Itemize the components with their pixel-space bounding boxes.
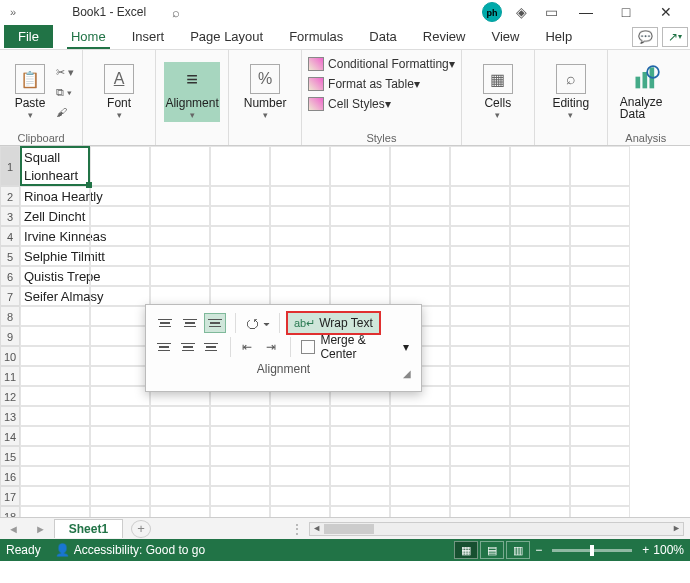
new-sheet-button[interactable]: +: [131, 520, 151, 538]
row-header[interactable]: 17: [0, 486, 20, 506]
cell[interactable]: Rinoa Heartly: [20, 186, 90, 206]
zoom-slider[interactable]: [552, 549, 632, 552]
close-button[interactable]: ✕: [646, 4, 686, 20]
search-icon[interactable]: ⌕: [172, 5, 180, 20]
accessibility-status[interactable]: 👤Accessibility: Good to go: [55, 543, 205, 557]
row-header[interactable]: 4: [0, 226, 20, 246]
worksheet-grid[interactable]: 1 2 3 4 5 6 7 8 9 10 11 12 13 14 15 16 1…: [0, 146, 690, 517]
share-button[interactable]: ↗▾: [662, 27, 688, 47]
align-center-icon[interactable]: [177, 337, 197, 357]
cell[interactable]: Quistis Trepe: [20, 266, 90, 286]
cell[interactable]: [90, 146, 150, 186]
tab-data[interactable]: Data: [359, 25, 406, 48]
cells-button[interactable]: ▦Cells▾: [470, 62, 526, 122]
cell[interactable]: [270, 146, 330, 186]
view-normal-icon[interactable]: ▦: [454, 541, 478, 559]
merge-icon: [301, 340, 316, 354]
orientation-button[interactable]: ⭯ ▾: [242, 315, 273, 331]
align-top-left-icon[interactable]: [154, 313, 176, 333]
comments-button[interactable]: 💬: [632, 27, 658, 47]
tab-page-layout[interactable]: Page Layout: [180, 25, 273, 48]
row-headers[interactable]: 1 2 3 4 5 6 7 8 9 10 11 12 13 14 15 16 1…: [0, 146, 20, 517]
accessibility-icon: 👤: [55, 543, 70, 557]
row-header[interactable]: 2: [0, 186, 20, 206]
increase-indent-icon[interactable]: ⇥: [261, 337, 281, 357]
row-header[interactable]: 16: [0, 466, 20, 486]
cell[interactable]: Seifer Almasy: [20, 286, 90, 306]
zoom-level[interactable]: 100%: [653, 543, 684, 557]
tab-insert[interactable]: Insert: [122, 25, 175, 48]
row-header[interactable]: 11: [0, 366, 20, 386]
diamond-icon[interactable]: ◈: [506, 4, 536, 20]
ribbon-display-icon[interactable]: ▭: [536, 4, 566, 20]
align-top-right-icon[interactable]: [204, 313, 226, 333]
row-header[interactable]: 18: [0, 506, 20, 517]
horizontal-scrollbar[interactable]: [309, 522, 684, 536]
align-right-icon[interactable]: [201, 337, 221, 357]
row-header[interactable]: 15: [0, 446, 20, 466]
row-header[interactable]: 5: [0, 246, 20, 266]
cell[interactable]: Zell Dincht: [20, 206, 90, 226]
cell[interactable]: [150, 146, 210, 186]
dialog-launcher-icon[interactable]: ◢: [403, 368, 411, 379]
conditional-formatting-button[interactable]: Conditional Formatting ▾: [306, 54, 457, 74]
row-header[interactable]: 7: [0, 286, 20, 306]
format-as-table-button[interactable]: Format as Table ▾: [306, 74, 422, 94]
row-header[interactable]: 3: [0, 206, 20, 226]
group-analysis: Analyze Data Analysis: [608, 50, 684, 145]
status-bar: Ready 👤Accessibility: Good to go ▦ ▤ ▥ −…: [0, 539, 690, 561]
clipboard-icon: 📋: [15, 64, 45, 94]
group-number: %Number▾: [229, 50, 302, 145]
row-header[interactable]: 9: [0, 326, 20, 346]
cell-a1[interactable]: Squall Lionheart: [20, 146, 90, 186]
row-header[interactable]: 1: [0, 146, 20, 186]
copy-icon[interactable]: ⧉ ▾: [56, 86, 74, 99]
number-button[interactable]: %Number▾: [237, 62, 293, 122]
font-button[interactable]: AFont▾: [91, 62, 147, 122]
row-header[interactable]: 13: [0, 406, 20, 426]
row-header[interactable]: 12: [0, 386, 20, 406]
cut-icon[interactable]: ✂ ▾: [56, 66, 74, 79]
maximize-button[interactable]: □: [606, 4, 646, 20]
cell[interactable]: Selphie Tilmitt: [20, 246, 90, 266]
tab-review[interactable]: Review: [413, 25, 476, 48]
tab-view[interactable]: View: [481, 25, 529, 48]
row-header[interactable]: 14: [0, 426, 20, 446]
cell-styles-button[interactable]: Cell Styles ▾: [306, 94, 393, 114]
account-avatar[interactable]: ph: [482, 2, 502, 22]
cell[interactable]: [510, 146, 570, 186]
cell[interactable]: [570, 146, 630, 186]
view-page-layout-icon[interactable]: ▤: [480, 541, 504, 559]
cell-styles-icon: [308, 97, 324, 111]
sheet-tab[interactable]: Sheet1: [54, 519, 123, 538]
cell[interactable]: Irvine Kinneas: [20, 226, 90, 246]
editing-button[interactable]: ⌕Editing▾: [543, 62, 599, 122]
table-icon: [308, 77, 324, 91]
analyze-data-button[interactable]: Analyze Data: [616, 62, 676, 122]
cell[interactable]: [330, 146, 390, 186]
sheet-nav-next-icon[interactable]: ►: [27, 523, 54, 535]
align-left-icon[interactable]: [154, 337, 174, 357]
paste-button[interactable]: 📋 Paste▾: [8, 62, 52, 122]
cell[interactable]: [210, 146, 270, 186]
row-header[interactable]: 6: [0, 266, 20, 286]
format-painter-icon[interactable]: 🖌: [56, 106, 74, 118]
row-header[interactable]: 8: [0, 306, 20, 326]
row-header[interactable]: 10: [0, 346, 20, 366]
zoom-out-button[interactable]: −: [535, 543, 542, 557]
view-page-break-icon[interactable]: ▥: [506, 541, 530, 559]
tab-help[interactable]: Help: [535, 25, 582, 48]
ribbon: 📋 Paste▾ ✂ ▾ ⧉ ▾ 🖌 Clipboard AFont▾ ≡Ali…: [0, 50, 690, 146]
minimize-button[interactable]: —: [566, 4, 606, 20]
tab-file[interactable]: File: [4, 25, 53, 48]
zoom-in-button[interactable]: +: [642, 543, 649, 557]
decrease-indent-icon[interactable]: ⇤: [237, 337, 257, 357]
tab-formulas[interactable]: Formulas: [279, 25, 353, 48]
cell[interactable]: [450, 146, 510, 186]
cell[interactable]: [390, 146, 450, 186]
tab-home[interactable]: Home: [61, 25, 116, 48]
quickaccess-more-icon[interactable]: »: [4, 6, 22, 18]
alignment-button[interactable]: ≡Alignment▾: [164, 62, 220, 122]
align-top-center-icon[interactable]: [179, 313, 201, 333]
sheet-nav-prev-icon[interactable]: ◄: [0, 523, 27, 535]
